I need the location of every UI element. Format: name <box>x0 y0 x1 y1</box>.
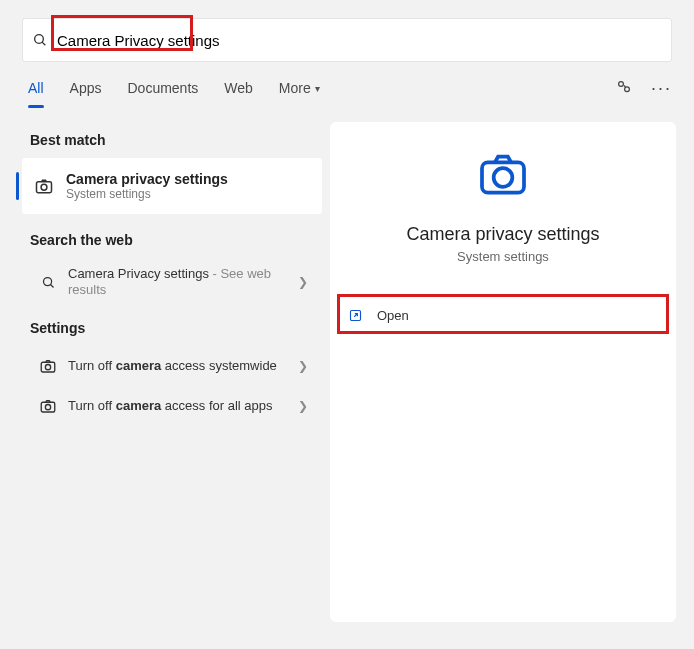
chevron-down-icon: ▾ <box>315 83 320 94</box>
open-button[interactable]: Open <box>342 300 664 330</box>
results-column: Best match Camera privacy settings Syste… <box>0 122 322 622</box>
web-result-text: Camera Privacy settings - See web result… <box>68 266 298 299</box>
more-options-icon[interactable]: ··· <box>651 78 672 99</box>
open-label: Open <box>377 308 409 323</box>
svg-rect-11 <box>41 402 55 412</box>
svg-line-1 <box>42 42 45 45</box>
preview-subtitle: System settings <box>457 249 549 264</box>
best-match-result[interactable]: Camera privacy settings System settings <box>22 158 322 214</box>
setting-item-systemwide[interactable]: Turn off camera access systemwide ❯ <box>28 346 322 386</box>
svg-point-2 <box>619 81 624 86</box>
camera-icon <box>34 357 62 375</box>
setting-item-text: Turn off camera access for all apps <box>68 398 298 414</box>
tab-all[interactable]: All <box>28 70 44 106</box>
setting-item-allapps[interactable]: Turn off camera access for all apps ❯ <box>28 386 322 426</box>
web-result-item[interactable]: Camera Privacy settings - See web result… <box>28 258 322 306</box>
settings-heading: Settings <box>30 320 322 336</box>
svg-point-3 <box>625 86 630 91</box>
quick-settings-icon[interactable] <box>615 78 633 99</box>
svg-point-7 <box>43 277 51 285</box>
camera-icon <box>34 397 62 415</box>
camera-icon <box>473 146 533 206</box>
preview-title: Camera privacy settings <box>406 224 599 245</box>
svg-point-12 <box>45 405 50 410</box>
search-icon <box>34 275 62 290</box>
tab-documents[interactable]: Documents <box>127 70 198 106</box>
filter-tabs: All Apps Documents Web More ▾ ··· <box>28 70 672 106</box>
search-web-heading: Search the web <box>30 232 322 248</box>
svg-line-4 <box>624 85 626 87</box>
open-external-icon <box>348 308 363 323</box>
svg-line-8 <box>50 284 53 287</box>
setting-item-text: Turn off camera access systemwide <box>68 358 298 374</box>
tab-more[interactable]: More ▾ <box>279 70 320 106</box>
svg-point-10 <box>45 365 50 370</box>
svg-point-0 <box>35 35 44 44</box>
search-box[interactable] <box>22 18 672 62</box>
search-icon <box>23 32 57 48</box>
search-input[interactable] <box>57 19 671 61</box>
svg-point-6 <box>41 184 47 190</box>
chevron-right-icon: ❯ <box>298 275 314 289</box>
svg-rect-5 <box>37 182 52 193</box>
chevron-right-icon: ❯ <box>298 399 314 413</box>
tab-web[interactable]: Web <box>224 70 253 106</box>
chevron-right-icon: ❯ <box>298 359 314 373</box>
best-match-title: Camera privacy settings <box>66 171 228 187</box>
svg-rect-9 <box>41 362 55 372</box>
tab-apps[interactable]: Apps <box>70 70 102 106</box>
preview-pane: Camera privacy settings System settings … <box>330 122 676 622</box>
svg-point-14 <box>494 168 513 187</box>
search-window: All Apps Documents Web More ▾ ··· Best m… <box>0 0 694 649</box>
camera-icon <box>30 176 58 196</box>
best-match-heading: Best match <box>30 132 322 148</box>
tab-more-label: More <box>279 80 311 96</box>
best-match-subtitle: System settings <box>66 187 228 201</box>
